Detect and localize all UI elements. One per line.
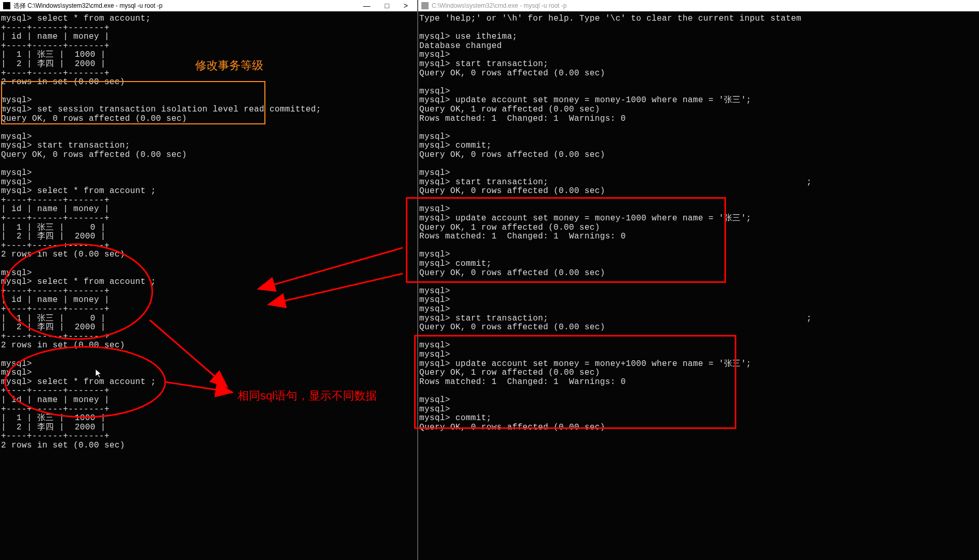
cmd-icon	[3, 2, 10, 9]
window-title-left: 选择 C:\Windows\system32\cmd.exe - mysql -…	[13, 2, 363, 10]
cmd-window-right: C:\Windows\system32\cmd.exe - mysql -u r…	[417, 0, 979, 560]
maximize-button[interactable]: □	[385, 2, 389, 10]
minimize-button[interactable]: —	[363, 2, 370, 10]
cmd-icon	[421, 2, 429, 9]
terminal-right[interactable]: Type 'help;' or '\h' for help. Type '\c'…	[418, 11, 979, 434]
window-controls-left: — □ >	[363, 2, 414, 10]
terminal-left[interactable]: mysql> select * from account; +----+----…	[0, 11, 417, 453]
titlebar-left[interactable]: 选择 C:\Windows\system32\cmd.exe - mysql -…	[0, 0, 417, 11]
close-button[interactable]: >	[404, 2, 408, 10]
window-title-right: C:\Windows\system32\cmd.exe - mysql -u r…	[432, 2, 976, 9]
titlebar-right[interactable]: C:\Windows\system32\cmd.exe - mysql -u r…	[418, 0, 979, 11]
cmd-window-left: 选择 C:\Windows\system32\cmd.exe - mysql -…	[0, 0, 417, 560]
